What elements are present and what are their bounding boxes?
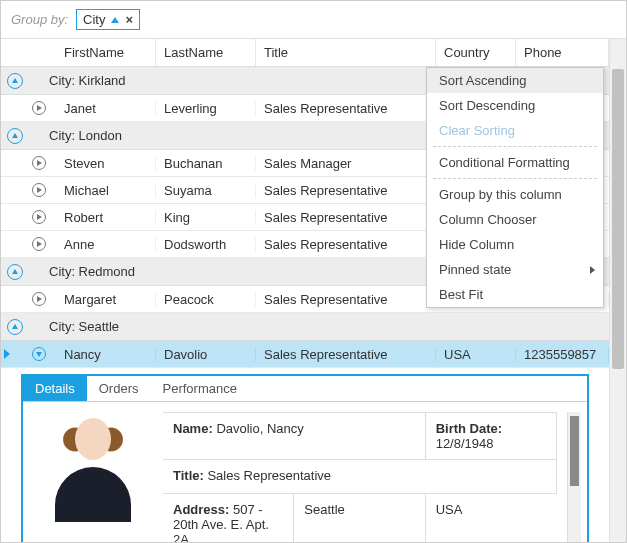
tab-strip: Details Orders Performance — [23, 376, 587, 402]
context-menu-item[interactable]: Sort Ascending — [427, 68, 603, 93]
header-title[interactable]: Title — [256, 39, 436, 66]
cell-title: Sales Representative — [256, 183, 436, 198]
row-toggle-cell — [1, 210, 56, 224]
cell-country: USA — [436, 347, 516, 362]
current-row-marker-icon — [4, 349, 10, 359]
detail-birth-value: 12/8/1948 — [436, 436, 494, 451]
detail-title-label: Title: — [173, 468, 204, 483]
collapse-icon[interactable] — [7, 319, 23, 335]
expand-right-icon[interactable] — [32, 210, 46, 224]
row-toggle-cell — [1, 292, 56, 306]
row-toggle-cell — [1, 156, 56, 170]
cell-firstname: Nancy — [56, 347, 156, 362]
row-toggle-cell — [1, 101, 56, 115]
cell-firstname: Margaret — [56, 292, 156, 307]
grid-scrollbar[interactable] — [609, 39, 626, 542]
group-chip-text: City — [83, 12, 105, 27]
cell-firstname: Michael — [56, 183, 156, 198]
detail-country: USA — [426, 494, 557, 542]
detail-scroll-thumb[interactable] — [570, 416, 579, 486]
cell-firstname: Steven — [56, 156, 156, 171]
chip-remove-button[interactable]: × — [125, 12, 133, 27]
collapse-icon[interactable] — [7, 73, 23, 89]
detail-name-value: Davolio, Nancy — [216, 421, 303, 436]
cell-lastname: Leverling — [156, 101, 256, 116]
cell-firstname: Anne — [56, 237, 156, 252]
detail-title-value: Sales Representative — [207, 468, 331, 483]
group-by-label: Group by: — [11, 12, 68, 27]
detail-body: Name: Davolio, Nancy Birth Date: 12/8/19… — [23, 402, 587, 542]
context-menu-item[interactable]: Hide Column — [427, 232, 603, 257]
context-menu-separator — [433, 146, 597, 147]
header-lastname[interactable]: LastName — [156, 39, 256, 66]
group-by-bar: Group by: City × — [1, 1, 626, 39]
header-country[interactable]: Country — [436, 39, 516, 66]
row-toggle-cell — [1, 237, 56, 251]
context-menu-item[interactable]: Pinned state — [427, 257, 603, 282]
expand-right-icon[interactable] — [32, 237, 46, 251]
cell-lastname: Dodsworth — [156, 237, 256, 252]
detail-panel: Details Orders Performance Name: Davolio… — [21, 374, 589, 542]
cell-title: Sales Manager — [256, 156, 436, 171]
avatar — [33, 412, 153, 522]
expand-right-icon[interactable] — [32, 101, 46, 115]
expand-right-icon[interactable] — [32, 183, 46, 197]
context-menu-item[interactable]: Best Fit — [427, 282, 603, 307]
context-menu-item: Clear Sorting — [427, 118, 603, 143]
cell-lastname: Peacock — [156, 292, 256, 307]
group-row[interactable]: City: Seattle — [1, 313, 609, 341]
cell-title: Sales Representative — [256, 292, 436, 307]
detail-title: Title: Sales Representative — [163, 460, 557, 494]
cell-lastname: Suyama — [156, 183, 256, 198]
cell-firstname: Janet — [56, 101, 156, 116]
submenu-arrow-icon — [590, 266, 595, 274]
window: Group by: City × FirstName LastName Titl… — [0, 0, 627, 543]
expand-right-icon[interactable] — [32, 156, 46, 170]
context-menu-separator — [433, 178, 597, 179]
detail-city: Seattle — [294, 494, 425, 542]
cell-phone: 1235559857 — [516, 347, 609, 362]
collapse-icon[interactable] — [7, 128, 23, 144]
expand-right-icon[interactable] — [32, 292, 46, 306]
detail-address: Address: 507 - 20th Ave. E. Apt. 2A — [163, 494, 294, 542]
header-firstname[interactable]: FirstName — [56, 39, 156, 66]
group-header-label: City: London — [29, 128, 122, 143]
column-header-row: FirstName LastName Title Country Phone — [1, 39, 609, 67]
detail-name-label: Name: — [173, 421, 213, 436]
context-menu-item[interactable]: Sort Descending — [427, 93, 603, 118]
detail-birth-label: Birth Date: — [436, 421, 502, 436]
cell-title: Sales Representative — [256, 210, 436, 225]
detail-name: Name: Davolio, Nancy — [163, 413, 426, 460]
cell-lastname: King — [156, 210, 256, 225]
collapse-icon[interactable] — [7, 264, 23, 280]
table-row[interactable]: NancyDavolioSales RepresentativeUSA12355… — [1, 341, 609, 368]
cell-title: Sales Representative — [256, 237, 436, 252]
cell-firstname: Robert — [56, 210, 156, 225]
group-header-label: City: Seattle — [29, 319, 119, 334]
group-chip-city[interactable]: City × — [76, 9, 140, 30]
tab-orders[interactable]: Orders — [87, 376, 151, 401]
cell-title: Sales Representative — [256, 101, 436, 116]
tab-performance[interactable]: Performance — [150, 376, 248, 401]
context-menu: Sort AscendingSort DescendingClear Sorti… — [426, 67, 604, 308]
detail-scrollbar[interactable]: ▼ — [567, 412, 581, 542]
header-phone[interactable]: Phone — [516, 39, 609, 66]
context-menu-item[interactable]: Column Chooser — [427, 207, 603, 232]
detail-address-label: Address: — [173, 502, 229, 517]
cell-lastname: Davolio — [156, 347, 256, 362]
expand-down-icon[interactable] — [32, 347, 46, 361]
cell-lastname: Buchanan — [156, 156, 256, 171]
detail-grid: Name: Davolio, Nancy Birth Date: 12/8/19… — [163, 412, 557, 542]
context-menu-item[interactable]: Conditional Formatting — [427, 150, 603, 175]
cell-title: Sales Representative — [256, 347, 436, 362]
detail-birthdate: Birth Date: 12/8/1948 — [426, 413, 557, 460]
context-menu-item[interactable]: Group by this column — [427, 182, 603, 207]
row-toggle-cell — [1, 183, 56, 197]
group-header-label: City: Kirkland — [29, 73, 126, 88]
tab-details[interactable]: Details — [23, 376, 87, 401]
sort-ascending-icon — [111, 17, 119, 23]
header-spacer — [1, 39, 56, 66]
group-header-label: City: Redmond — [29, 264, 135, 279]
